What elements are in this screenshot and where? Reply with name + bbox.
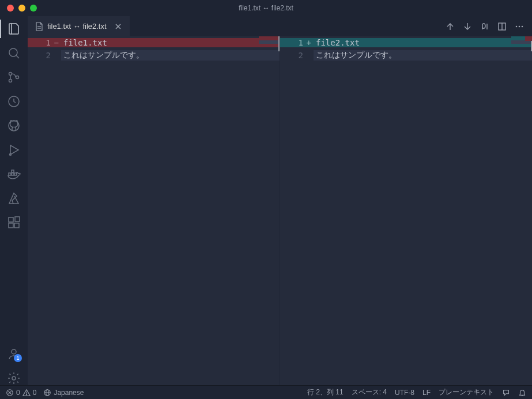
close-window-button[interactable] (7, 5, 14, 12)
account-badge: 1 (14, 354, 22, 362)
error-icon (6, 389, 14, 397)
github-icon[interactable] (7, 119, 21, 133)
svg-rect-16 (15, 217, 20, 221)
minimap-left[interactable] (259, 36, 280, 385)
svg-marker-7 (10, 145, 18, 155)
problems-status[interactable]: 0 0 (6, 389, 36, 397)
editor-area: file1.txt ↔ file2.txt (28, 16, 532, 385)
notifications-icon[interactable] (518, 389, 526, 397)
title-bar: file1.txt ↔ file2.txt (0, 0, 532, 16)
svg-point-34 (26, 394, 27, 394)
cursor-position-status[interactable]: 行 2、列 11 (307, 387, 344, 397)
more-actions-icon[interactable] (515, 22, 524, 31)
language-mode-status[interactable]: プレーンテキスト (439, 387, 494, 397)
eol-status[interactable]: LF (422, 389, 431, 397)
search-icon[interactable] (7, 46, 21, 60)
encoding-status[interactable]: UTF-8 (395, 389, 414, 397)
account-icon[interactable]: 1 (7, 347, 21, 361)
explorer-icon[interactable] (7, 22, 21, 36)
settings-gear-icon[interactable] (7, 371, 21, 385)
svg-point-28 (519, 25, 520, 27)
maximize-window-button[interactable] (30, 5, 37, 12)
svg-rect-15 (14, 223, 19, 228)
run-debug-icon[interactable] (7, 143, 21, 157)
window-title: file1.txt ↔ file2.txt (239, 4, 293, 12)
azure-icon[interactable] (7, 191, 21, 205)
extensions-icon[interactable] (7, 216, 21, 229)
close-tab-icon[interactable] (114, 22, 123, 31)
diff-line[interactable]: 2 これはサンプルです。 (28, 49, 280, 62)
indent-status[interactable]: スペース: 4 (352, 387, 387, 397)
toggle-whitespace-icon[interactable] (480, 22, 489, 31)
svg-rect-13 (9, 217, 13, 222)
svg-point-4 (16, 76, 19, 79)
window-controls (0, 5, 37, 12)
svg-rect-12 (12, 170, 14, 172)
split-editor-icon[interactable] (497, 22, 507, 31)
diff-line-added[interactable]: 1+ file2.txt (280, 36, 532, 49)
status-bar: 0 0 Japanese 行 2、列 11 スペース: 4 UTF-8 LF プ… (0, 385, 532, 399)
timeline-icon[interactable] (7, 95, 21, 108)
diff-line[interactable]: 2 これはサンプルです。 (280, 49, 532, 62)
warning-icon (22, 389, 31, 397)
minimize-window-button[interactable] (18, 5, 25, 12)
svg-rect-9 (9, 173, 11, 175)
diff-container: 1− file1.txt 2 これはサンプルです。 1+ file2.txt (28, 36, 532, 385)
diff-line-removed[interactable]: 1− file1.txt (28, 36, 280, 49)
next-change-icon[interactable] (463, 22, 472, 31)
svg-point-18 (12, 377, 16, 380)
prev-change-icon[interactable] (446, 22, 455, 31)
svg-rect-10 (12, 173, 14, 175)
overview-ruler[interactable] (525, 36, 532, 385)
svg-rect-14 (9, 223, 13, 228)
svg-point-0 (9, 48, 17, 57)
docker-icon[interactable] (7, 167, 21, 181)
diff-left-pane[interactable]: 1− file1.txt 2 これはサンプルです。 (28, 36, 280, 385)
svg-point-17 (12, 349, 16, 354)
diff-right-pane[interactable]: 1+ file2.txt 2 これはサンプルです。 (280, 36, 532, 385)
editor-actions (446, 16, 532, 36)
tab-bar: file1.txt ↔ file2.txt (28, 16, 532, 36)
language-display-status[interactable]: Japanese (43, 389, 84, 397)
tab-label: file1.txt ↔ file2.txt (47, 22, 107, 31)
svg-point-29 (522, 25, 523, 27)
diff-tab[interactable]: file1.txt ↔ file2.txt (28, 16, 130, 36)
svg-line-1 (16, 55, 19, 58)
svg-point-2 (9, 73, 12, 76)
file-icon (35, 22, 44, 31)
globe-icon (43, 389, 51, 397)
source-control-icon[interactable] (7, 70, 21, 84)
feedback-icon[interactable] (502, 389, 510, 397)
svg-point-27 (516, 25, 518, 27)
activity-bar: 1 (0, 16, 28, 385)
svg-point-3 (9, 80, 12, 82)
